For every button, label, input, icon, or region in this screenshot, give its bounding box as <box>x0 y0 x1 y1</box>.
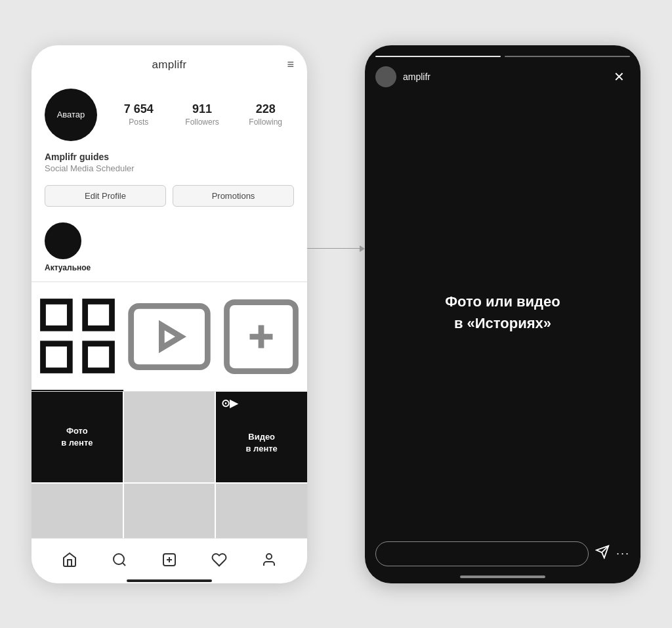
send-icon <box>595 545 610 559</box>
profile-icon <box>261 552 277 568</box>
nav-search[interactable] <box>106 547 133 573</box>
nav-profile[interactable] <box>256 547 282 573</box>
story-more-button[interactable]: ··· <box>616 547 630 560</box>
nav-add[interactable] <box>156 547 182 573</box>
tabs-row <box>32 282 307 392</box>
stats-numbers: 7 654 Posts 911 Followers 228 Following <box>110 102 294 127</box>
tab-grid[interactable] <box>32 282 123 391</box>
tagged-icon <box>215 291 307 383</box>
svg-rect-3 <box>85 343 112 370</box>
following-count: 228 <box>256 102 276 116</box>
story-main-content: Фото или видеов «Историях» <box>365 91 640 534</box>
followers-count: 911 <box>192 102 212 116</box>
bio-name: Amplifr guides <box>45 152 294 162</box>
progress-bar-1 <box>375 56 501 57</box>
add-icon <box>161 552 177 568</box>
story-username: amplifr <box>403 72 608 82</box>
followers-label: Followers <box>185 117 219 127</box>
svg-rect-1 <box>85 301 112 328</box>
grid-cell-photo[interactable]: Фотов ленте <box>32 392 123 483</box>
grid-cell-gray-3 <box>124 484 215 537</box>
hamburger-icon[interactable]: ≡ <box>287 58 294 72</box>
action-buttons: Edit Profile Promotions <box>32 181 307 216</box>
video-camera-icon: ⊙▶ <box>221 397 238 409</box>
arrow-shaft <box>307 248 360 249</box>
posts-count: 7 654 <box>124 102 154 116</box>
story-label: Актуальное <box>45 263 81 272</box>
grid-icon <box>32 290 123 382</box>
story-header: amplifr ✕ <box>365 62 640 91</box>
tab-tagged[interactable] <box>215 282 307 391</box>
following-stat: 228 Following <box>237 102 294 127</box>
following-label: Following <box>249 117 282 127</box>
svg-rect-4 <box>131 306 208 367</box>
svg-point-11 <box>266 554 272 559</box>
right-phone: amplifr ✕ Фото или видеов «Историях» ··· <box>365 45 640 583</box>
home-indicator <box>127 579 212 582</box>
svg-line-7 <box>123 562 125 565</box>
grid-cell-gray-2 <box>32 484 123 537</box>
avatar: Аватар <box>45 89 97 141</box>
progress-bar-2 <box>505 56 630 57</box>
story-close-button[interactable]: ✕ <box>608 66 630 87</box>
grid-cell-video[interactable]: ⊙▶ Видеов ленте <box>216 392 307 483</box>
nav-likes[interactable] <box>206 547 232 573</box>
reels-icon <box>123 291 215 383</box>
search-icon <box>112 552 127 568</box>
edit-profile-button[interactable]: Edit Profile <box>45 185 166 207</box>
home-icon <box>62 552 77 568</box>
tab-reels[interactable] <box>123 282 215 391</box>
photo-grid: Фотов ленте ⊙▶ Видеов ленте <box>32 392 307 538</box>
stats-row: Аватар 7 654 Posts 911 Followers 228 Fol… <box>32 78 307 148</box>
posts-label: Posts <box>129 117 148 127</box>
posts-stat: 7 654 Posts <box>110 102 167 127</box>
bio-section: Amplifr guides Social Media Scheduler <box>32 148 307 181</box>
bio-desc: Social Media Scheduler <box>45 163 294 173</box>
profile-username: amplifr <box>152 58 186 72</box>
left-phone: amplifr ≡ Аватар 7 654 Posts 911 Followe… <box>32 45 307 583</box>
stories-section: Актуальное <box>32 216 307 282</box>
story-circle[interactable] <box>45 222 81 259</box>
story-progress-bars <box>365 45 640 62</box>
heart-icon <box>211 552 227 568</box>
promotions-button[interactable]: Promotions <box>173 185 294 207</box>
story-bottom: ··· <box>365 534 640 573</box>
grid-cell-gray-4 <box>216 484 307 537</box>
story-send-button[interactable] <box>595 545 610 562</box>
svg-rect-0 <box>43 301 70 328</box>
nav-home[interactable] <box>56 547 83 573</box>
story-reply-input[interactable] <box>375 541 589 566</box>
followers-stat: 911 Followers <box>174 102 231 127</box>
profile-header: amplifr ≡ <box>32 45 307 78</box>
arrow-head <box>360 245 365 252</box>
svg-point-6 <box>114 554 124 564</box>
bottom-nav <box>32 538 307 577</box>
story-home-indicator <box>460 576 545 578</box>
story-avatar <box>375 66 396 87</box>
grid-cell-gray-1 <box>124 392 215 483</box>
story-center-text: Фото или видеов «Историях» <box>445 291 560 334</box>
story-circle-wrapper <box>45 222 81 259</box>
svg-rect-2 <box>43 343 70 370</box>
